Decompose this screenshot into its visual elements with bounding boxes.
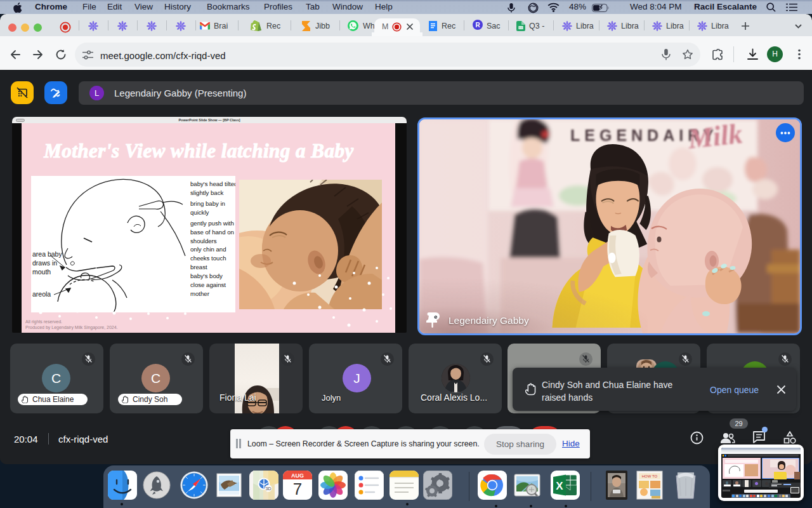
svg-text:AUG: AUG — [291, 472, 304, 479]
svg-text:HOW TO: HOW TO — [642, 474, 658, 478]
svg-text:Milk: Milk — [686, 119, 743, 155]
svg-text:3D: 3D — [266, 486, 272, 491]
svg-text:X: X — [556, 480, 563, 492]
svg-text:e: e — [434, 313, 437, 320]
svg-text:7: 7 — [293, 479, 302, 498]
svg-text:R: R — [475, 22, 480, 29]
